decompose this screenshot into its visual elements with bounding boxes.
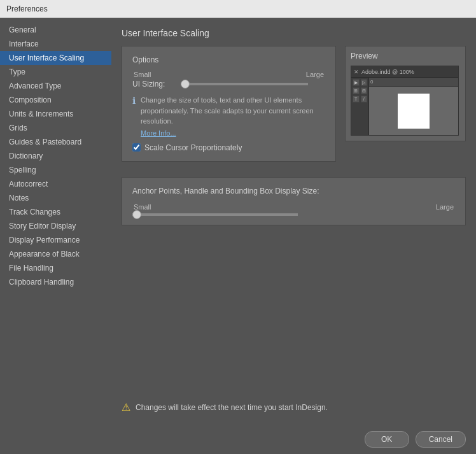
bottom-bar: OK Cancel: [0, 425, 476, 454]
sidebar-item-type[interactable]: Type: [0, 65, 111, 79]
panel-title: User Interface Scaling: [122, 28, 466, 38]
preview-canvas-area: 0: [369, 78, 458, 135]
scale-cursor-checkbox[interactable]: [132, 143, 141, 152]
sidebar-item-advanced-type[interactable]: Advanced Type: [0, 79, 111, 93]
sidebar-item-interface[interactable]: Interface: [0, 37, 111, 51]
warning-row: ⚠ Changes will take effect the next time…: [122, 395, 466, 420]
anchor-title: Anchor Points, Handle and Bounding Box D…: [132, 187, 455, 195]
preview-ruler: 0: [369, 78, 458, 87]
sidebar-item-display-performance[interactable]: Display Performance: [0, 233, 111, 247]
anchor-large-label: Large: [436, 203, 454, 211]
preview-section: Preview ✕ Adobe.indd @ 100% ▶: [345, 46, 466, 168]
scale-cursor-row: Scale Cursor Proportionately: [132, 143, 325, 152]
spacer: [122, 241, 466, 387]
sidebar-item-file-handling[interactable]: File Handling: [0, 261, 111, 275]
warning-icon: ⚠: [122, 401, 130, 413]
text-tool: T: [353, 96, 360, 103]
ui-sizing-row: UI Sizing:: [132, 80, 325, 89]
options-label: Options: [132, 55, 325, 64]
sidebar-item-guides-&-pasteboard[interactable]: Guides & Pasteboard: [0, 135, 111, 149]
sidebar-item-notes[interactable]: Notes: [0, 191, 111, 205]
sidebar-item-user-interface-scaling[interactable]: User Interface Scaling: [0, 51, 111, 65]
preferences-dialog: Preferences GeneralInterfaceUser Interfa…: [0, 0, 476, 454]
ui-small-label: Small: [134, 71, 151, 78]
anchor-size-slider[interactable]: [132, 213, 298, 216]
info-content: Change the size of tools, text and other…: [141, 95, 325, 137]
sidebar-item-grids[interactable]: Grids: [0, 121, 111, 135]
more-info-link[interactable]: More Info...: [141, 129, 325, 137]
sidebar-item-spelling[interactable]: Spelling: [0, 163, 111, 177]
preview-close-btn: ✕: [354, 69, 359, 75]
info-row: ℹ Change the size of tools, text and oth…: [132, 95, 325, 137]
preview-canvas: [369, 87, 458, 135]
warning-text: Changes will take effect the next time y…: [136, 403, 328, 412]
options-section: Options Small Large UI Sizing: ℹ: [122, 46, 336, 162]
select-tool: ▶: [353, 79, 360, 86]
sidebar-item-general[interactable]: General: [0, 23, 111, 37]
ruler-value: 0: [370, 79, 373, 85]
tool-row-1: ▶ ▷: [353, 79, 367, 86]
tool-row-3: T /: [353, 96, 367, 103]
window-title: Preferences: [6, 4, 48, 13]
preview-window-title: Adobe.indd @ 100%: [361, 69, 414, 75]
sidebar-item-units-&-increments[interactable]: Units & Increments: [0, 107, 111, 121]
preview-title: Preview: [351, 52, 460, 60]
slider-label-row-ui: Small Large: [132, 71, 325, 78]
sidebar-item-autocorrect[interactable]: Autocorrect: [0, 177, 111, 191]
sidebar-item-clipboard-handling[interactable]: Clipboard Handling: [0, 275, 111, 289]
content-area: GeneralInterfaceUser Interface ScalingTy…: [0, 18, 476, 425]
preview-tools: ▶ ▷ ⊞ ⊟ T: [351, 78, 369, 135]
scale-cursor-label: Scale Cursor Proportionately: [144, 143, 242, 152]
direct-select-tool: ▷: [361, 79, 368, 86]
type-tool: ⊟: [361, 87, 368, 94]
ui-sizing-slider[interactable]: [181, 83, 308, 85]
anchor-section: Anchor Points, Handle and Bounding Box D…: [122, 177, 466, 225]
preview-inner: ▶ ▷ ⊞ ⊟ T: [351, 78, 458, 135]
cancel-button[interactable]: Cancel: [416, 431, 466, 448]
tool-row-2: ⊞ ⊟: [353, 87, 367, 94]
preview-window-bar: ✕ Adobe.indd @ 100%: [351, 66, 458, 78]
title-bar: Preferences: [0, 0, 476, 18]
info-text: Change the size of tools, text and other…: [141, 95, 325, 127]
pen-tool: /: [361, 96, 368, 103]
sidebar-item-appearance-of-black[interactable]: Appearance of Black: [0, 247, 111, 261]
preview-box: Preview ✕ Adobe.indd @ 100% ▶: [345, 46, 466, 141]
sidebar-item-story-editor-display[interactable]: Story Editor Display: [0, 219, 111, 233]
info-icon: ℹ: [132, 96, 136, 106]
sidebar-item-composition[interactable]: Composition: [0, 93, 111, 107]
sidebar: GeneralInterfaceUser Interface ScalingTy…: [0, 18, 111, 425]
preview-window: ✕ Adobe.indd @ 100% ▶ ▷: [351, 66, 459, 136]
ok-button[interactable]: OK: [365, 431, 409, 448]
sidebar-item-track-changes[interactable]: Track Changes: [0, 205, 111, 219]
preview-page: [398, 94, 430, 129]
frame-tool: ⊞: [353, 87, 360, 94]
main-panel: User Interface Scaling Options Small Lar…: [111, 18, 476, 425]
ui-sizing-label: UI Sizing:: [132, 80, 171, 89]
ui-large-label: Large: [306, 71, 324, 78]
sidebar-item-dictionary[interactable]: Dictionary: [0, 149, 111, 163]
